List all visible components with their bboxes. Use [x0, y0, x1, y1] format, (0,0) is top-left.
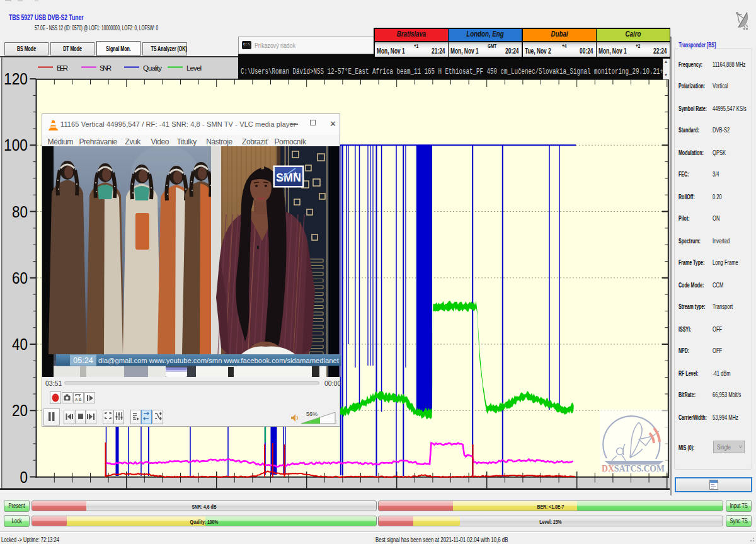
svg-text:SNR: SNR: [100, 64, 112, 72]
svg-text:05:24: 05:24: [73, 356, 93, 365]
svg-text:0: 0: [20, 468, 28, 487]
svg-text:Quality: Quality: [143, 64, 162, 72]
svg-text:DXSATCS.COM: DXSATCS.COM: [602, 464, 665, 473]
svg-text:dia@gmail.com www.youtube.com/: dia@gmail.com www.youtube.com/smn www.fa…: [98, 357, 339, 364]
svg-text:20: 20: [12, 401, 28, 420]
svg-text:B: B: [79, 398, 82, 402]
svg-text:80: 80: [12, 202, 28, 221]
svg-text:A: A: [75, 398, 78, 402]
svg-text:Level: Level: [186, 64, 202, 72]
svg-text:40: 40: [12, 335, 28, 354]
svg-text:100: 100: [4, 136, 28, 154]
svg-text:60: 60: [12, 269, 28, 287]
svg-text:BER: BER: [57, 64, 68, 72]
svg-text:56%: 56%: [306, 411, 318, 417]
svg-text:120: 120: [4, 69, 28, 88]
